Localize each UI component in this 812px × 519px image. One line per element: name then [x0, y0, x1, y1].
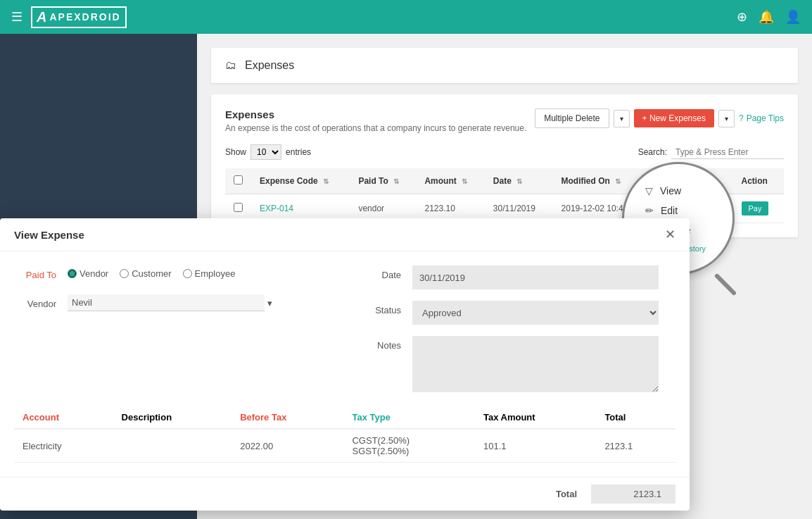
expense-code-link[interactable]: EXP-014 [260, 204, 293, 213]
col-action: Action [733, 168, 784, 194]
sort-icon-expense-code[interactable]: ⇅ [323, 177, 329, 185]
edit-icon: ✏ [645, 205, 654, 216]
col-date: Date ⇅ [485, 168, 553, 194]
logo-box: A APEXDROID [31, 6, 127, 28]
page-header: 🗂 Expenses [211, 48, 798, 83]
sort-icon-date[interactable]: ⇅ [516, 177, 522, 185]
new-expense-button[interactable]: + New Expenses [634, 109, 714, 127]
page-tips-button[interactable]: ? Page Tips [739, 113, 784, 123]
sort-icon-modified[interactable]: ⇅ [615, 177, 621, 185]
new-expense-dropdown[interactable]: ▾ [718, 110, 735, 127]
entries-label: entries [286, 147, 311, 157]
expenses-header-icon: 🗂 [225, 59, 236, 72]
modal-close-button[interactable]: ✕ [665, 228, 675, 241]
entries-select[interactable]: 10 25 50 [250, 144, 281, 160]
cell-action: Pay [733, 194, 784, 223]
multiple-delete-dropdown[interactable]: ▾ [614, 110, 630, 127]
table-controls: Show 10 25 50 entries Search: [225, 144, 784, 160]
view-label: View [660, 185, 681, 196]
logo-a: A [37, 9, 46, 25]
navbar-left: ☰ A APEXDROID [11, 6, 127, 28]
col-expense-code: Expense Code ⇅ [251, 168, 350, 194]
modal-title: View Expense [14, 229, 84, 241]
multiple-delete-button[interactable]: Multiple Delete [535, 108, 609, 128]
search-box: Search: [638, 146, 784, 159]
hamburger-icon[interactable]: ☰ [11, 9, 23, 25]
question-icon: ? [739, 113, 744, 123]
expenses-header: Expenses An expense is the cost of opera… [225, 108, 784, 133]
app-name: APEXDROID [49, 11, 120, 23]
expenses-actions: Multiple Delete ▾ + New Expenses ▾ ? Pag… [535, 108, 784, 128]
edit-label: Edit [661, 205, 678, 216]
add-icon[interactable]: ⊕ [737, 9, 747, 25]
navbar-right: ⊕ 🔔 👤 [737, 9, 801, 25]
expenses-section-title: Expenses [225, 108, 526, 120]
col-paid-to: Paid To ⇅ [350, 168, 416, 194]
show-entries: Show 10 25 50 entries [225, 144, 311, 160]
pay-button[interactable]: Pay [742, 201, 769, 215]
context-menu-edit[interactable]: ✏ Edit [645, 204, 711, 218]
row-checkbox[interactable] [234, 203, 243, 212]
sort-icon-paid-to[interactable]: ⇅ [393, 177, 399, 185]
search-label: Search: [638, 147, 667, 157]
select-all-checkbox[interactable] [234, 175, 243, 185]
select-all-header [225, 168, 251, 194]
search-input[interactable] [671, 146, 784, 159]
col-amount: Amount ⇅ [416, 168, 484, 194]
context-menu-view[interactable]: ▽ View [645, 184, 711, 198]
modal-header: View Expense ✕ [0, 218, 690, 251]
expenses-description: An expense is the cost of operations tha… [225, 123, 526, 133]
page-header-title: Expenses [245, 59, 294, 72]
user-icon[interactable]: 👤 [785, 9, 801, 25]
navbar: ☰ A APEXDROID ⊕ 🔔 👤 [0, 0, 812, 34]
view-expense-modal: View Expense ✕ Paid To Vendor Customer [0, 218, 690, 251]
bell-icon[interactable]: 🔔 [759, 9, 774, 25]
expenses-title-block: Expenses An expense is the cost of opera… [225, 108, 526, 133]
sort-icon-amount[interactable]: ⇅ [462, 177, 467, 185]
show-label: Show [225, 147, 246, 157]
view-triangle-icon: ▽ [645, 185, 653, 196]
